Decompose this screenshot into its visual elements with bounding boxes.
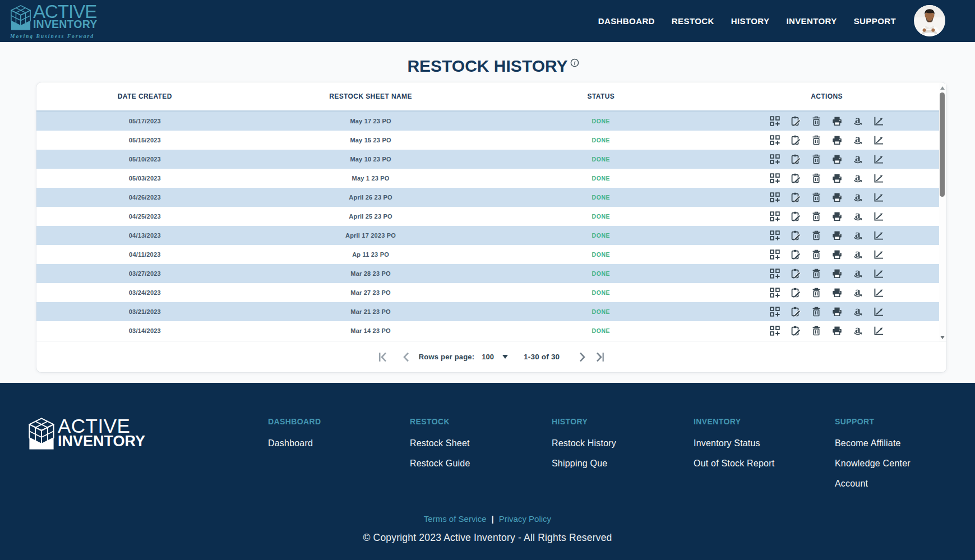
delete-icon[interactable] [811, 116, 821, 126]
add-grid-icon[interactable] [770, 230, 780, 240]
print-icon[interactable] [832, 326, 842, 336]
edit-clipboard-icon[interactable] [791, 326, 801, 336]
info-icon[interactable] [570, 52, 579, 61]
add-grid-icon[interactable] [770, 173, 780, 183]
footer-link-account[interactable]: Account [835, 474, 911, 494]
amazon-icon[interactable] [853, 269, 863, 279]
add-grid-icon[interactable] [770, 116, 780, 126]
print-icon[interactable] [832, 173, 842, 183]
nav-item-support[interactable]: SUPPORT [854, 16, 896, 26]
first-page-button[interactable] [378, 352, 387, 362]
trend-icon[interactable] [874, 307, 884, 317]
amazon-icon[interactable] [853, 307, 863, 317]
delete-icon[interactable] [811, 269, 821, 279]
amazon-icon[interactable] [853, 154, 863, 164]
previous-page-button[interactable] [402, 352, 410, 362]
print-icon[interactable] [832, 249, 842, 260]
add-grid-icon[interactable] [770, 249, 780, 260]
amazon-icon[interactable] [853, 192, 863, 202]
add-grid-icon[interactable] [770, 154, 780, 164]
amazon-icon[interactable] [853, 211, 863, 221]
last-page-button[interactable] [595, 352, 604, 362]
footer-link-restock-history[interactable]: Restock History [552, 433, 616, 453]
trend-icon[interactable] [874, 173, 884, 183]
amazon-icon[interactable] [853, 116, 863, 126]
delete-icon[interactable] [811, 307, 821, 317]
edit-clipboard-icon[interactable] [791, 307, 801, 317]
delete-icon[interactable] [811, 173, 821, 183]
table-scrollbar[interactable] [939, 84, 946, 342]
next-page-button[interactable] [579, 352, 586, 362]
print-icon[interactable] [832, 230, 842, 240]
footer-link-dashboard[interactable]: Dashboard [268, 433, 321, 453]
trend-icon[interactable] [874, 288, 884, 298]
trend-icon[interactable] [874, 211, 884, 221]
footer-link-inventory-status[interactable]: Inventory Status [694, 433, 774, 453]
trend-icon[interactable] [874, 135, 884, 145]
trend-icon[interactable] [874, 230, 884, 240]
delete-icon[interactable] [811, 230, 821, 240]
trend-icon[interactable] [874, 326, 884, 336]
delete-icon[interactable] [811, 211, 821, 221]
delete-icon[interactable] [811, 288, 821, 298]
edit-clipboard-icon[interactable] [791, 192, 801, 202]
footer-link-shipping-que[interactable]: Shipping Que [552, 453, 616, 474]
nav-item-inventory[interactable]: INVENTORY [786, 16, 837, 26]
edit-clipboard-icon[interactable] [791, 211, 801, 221]
print-icon[interactable] [832, 269, 842, 279]
edit-clipboard-icon[interactable] [791, 135, 801, 145]
amazon-icon[interactable] [853, 173, 863, 183]
edit-clipboard-icon[interactable] [791, 269, 801, 279]
terms-of-service-link[interactable]: Terms of Service [424, 514, 487, 524]
privacy-policy-link[interactable]: Privacy Policy [499, 514, 551, 524]
scrollbar-up-arrow-icon[interactable] [940, 86, 945, 90]
add-grid-icon[interactable] [770, 288, 780, 298]
nav-item-history[interactable]: HISTORY [731, 16, 770, 26]
print-icon[interactable] [832, 307, 842, 317]
add-grid-icon[interactable] [770, 326, 780, 336]
edit-clipboard-icon[interactable] [791, 173, 801, 183]
delete-icon[interactable] [811, 249, 821, 260]
trend-icon[interactable] [874, 269, 884, 279]
user-avatar[interactable] [914, 5, 945, 36]
footer-link-restock-sheet[interactable]: Restock Sheet [410, 433, 470, 453]
add-grid-icon[interactable] [770, 211, 780, 221]
edit-clipboard-icon[interactable] [791, 116, 801, 126]
footer-link-become-affiliate[interactable]: Become Affiliate [835, 433, 911, 453]
trend-icon[interactable] [874, 116, 884, 126]
trend-icon[interactable] [874, 192, 884, 202]
edit-clipboard-icon[interactable] [791, 230, 801, 240]
trend-icon[interactable] [874, 154, 884, 164]
amazon-icon[interactable] [853, 230, 863, 240]
footer-link-out-of-stock-report[interactable]: Out of Stock Report [694, 453, 774, 474]
add-grid-icon[interactable] [770, 307, 780, 317]
edit-clipboard-icon[interactable] [791, 154, 801, 164]
edit-clipboard-icon[interactable] [791, 288, 801, 298]
delete-icon[interactable] [811, 135, 821, 145]
amazon-icon[interactable] [853, 288, 863, 298]
nav-item-dashboard[interactable]: DASHBOARD [598, 16, 655, 26]
add-grid-icon[interactable] [770, 269, 780, 279]
print-icon[interactable] [832, 154, 842, 164]
add-grid-icon[interactable] [770, 135, 780, 145]
rows-per-page-select[interactable]: 100 [482, 353, 508, 361]
amazon-icon[interactable] [853, 326, 863, 336]
delete-icon[interactable] [811, 154, 821, 164]
print-icon[interactable] [832, 211, 842, 221]
delete-icon[interactable] [811, 192, 821, 202]
print-icon[interactable] [832, 135, 842, 145]
header-logo[interactable]: ACTIVE INVENTORY Moving Business Forward [10, 4, 139, 39]
amazon-icon[interactable] [853, 135, 863, 145]
print-icon[interactable] [832, 288, 842, 298]
footer-logo[interactable]: ACTIVE INVENTORY [28, 417, 145, 451]
amazon-icon[interactable] [853, 249, 863, 260]
footer-link-restock-guide[interactable]: Restock Guide [410, 453, 470, 474]
print-icon[interactable] [832, 192, 842, 202]
scrollbar-thumb[interactable] [940, 92, 945, 197]
scrollbar-down-arrow-icon[interactable] [940, 336, 945, 339]
add-grid-icon[interactable] [770, 192, 780, 202]
footer-link-knowledge-center[interactable]: Knowledge Center [835, 453, 911, 474]
edit-clipboard-icon[interactable] [791, 249, 801, 260]
trend-icon[interactable] [874, 249, 884, 260]
delete-icon[interactable] [811, 326, 821, 336]
